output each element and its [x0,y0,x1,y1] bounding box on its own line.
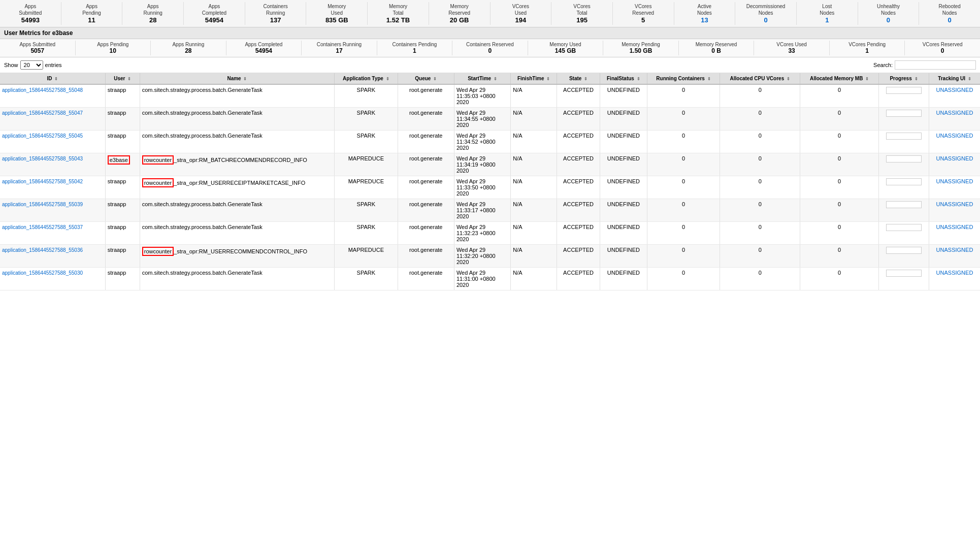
user-metric-label: Apps Submitted [2,42,73,47]
tracking-ui-cell: UNASSIGNED [929,245,980,268]
progress-bar [886,178,922,185]
main-table-container: ID ⇕User ⇕Name ⇕Application Type ⇕Queue … [0,73,980,290]
state-cell: ACCEPTED [557,268,600,290]
allocated-cpu-cell: 0 [720,268,800,290]
column-header-user[interactable]: User ⇕ [105,73,140,84]
allocated-memory-cell: 0 [800,268,879,290]
allocated-memory-cell: 0 [800,245,879,268]
metric-link[interactable]: 1 [825,16,829,24]
search-input[interactable] [895,60,976,70]
entries-label: entries [45,62,62,68]
app-id-link[interactable]: application_1586445527588_55043 [2,156,83,161]
metric-label: ContainersRunning [247,3,304,16]
app-id-cell: application_1586445527588_55048 [0,84,105,108]
column-header-progress[interactable]: Progress ⇕ [879,73,929,84]
column-header-starttime[interactable]: StartTime ⇕ [454,73,510,84]
column-header-state[interactable]: State ⇕ [557,73,600,84]
user-metric-col: Containers Running17 [302,41,377,55]
tracking-ui-link[interactable]: UNASSIGNED [936,155,973,161]
app-id-cell: application_1586445527588_55037 [0,222,105,245]
column-header-application-type[interactable]: Application Type ⇕ [335,73,398,84]
start-time-cell: Wed Apr 29 11:34:55 +0800 2020 [454,108,510,131]
metric-label: RebootedNodes [921,3,978,16]
tracking-ui-link[interactable]: UNASSIGNED [936,224,973,230]
tracking-ui-link[interactable]: UNASSIGNED [936,270,973,276]
app-id-link[interactable]: application_1586445527588_55039 [2,202,83,207]
user-metric-label: Memory Reserved [681,42,752,47]
finish-time-cell: N/A [511,84,557,108]
app-id-link[interactable]: application_1586445527588_55042 [2,179,83,184]
user-metric-label: Containers Reserved [454,42,526,47]
metric-label: MemoryTotal [370,3,427,16]
app-id-cell: application_1586445527588_55047 [0,108,105,131]
app-id-link[interactable]: application_1586445527588_55030 [2,270,83,276]
allocated-memory-cell: 0 [800,176,879,199]
metric-label: DecommissionedNodes [737,3,794,16]
user-metric-label: VCores Reserved [907,42,978,47]
metric-value[interactable]: 0 [737,16,794,24]
metric-label: ActiveNodes [676,3,733,16]
metric-col: AppsPending11 [61,2,123,25]
final-status-cell: UNDEFINED [600,84,647,108]
app-id-link[interactable]: application_1586445527588_55037 [2,224,83,230]
tracking-ui-link[interactable]: UNASSIGNED [936,201,973,207]
allocated-memory-cell: 0 [800,153,879,176]
metric-value[interactable]: 13 [676,16,733,24]
finish-time-cell: N/A [511,222,557,245]
app-type-cell: SPARK [335,84,398,108]
highlighted-name: rowcounter [142,178,174,187]
column-header-queue[interactable]: Queue ⇕ [398,73,454,84]
search-control: Search: [873,60,976,70]
metric-col: ContainersRunning137 [245,2,307,25]
user-metric-value: 1 [832,47,903,54]
tracking-ui-link[interactable]: UNASSIGNED [936,178,973,184]
app-id-link[interactable]: application_1586445527588_55036 [2,247,83,253]
metric-value[interactable]: 0 [921,16,978,24]
user-metric-label: Memory Pending [605,42,676,47]
metric-value[interactable]: 0 [860,16,917,24]
user-cell: straapp [105,176,140,199]
column-header-finishtime[interactable]: FinishTime ⇕ [511,73,557,84]
app-id-link[interactable]: application_1586445527588_55048 [2,87,83,93]
user-metric-value: 10 [78,47,149,54]
metric-value[interactable]: 1 [799,16,856,24]
metric-label: MemoryUsed [308,3,365,16]
column-header-id[interactable]: ID ⇕ [0,73,105,84]
tracking-ui-link[interactable]: UNASSIGNED [936,247,973,253]
start-time-cell: Wed Apr 29 11:33:17 +0800 2020 [454,199,510,222]
column-header-name[interactable]: Name ⇕ [140,73,334,84]
app-id-link[interactable]: application_1586445527588_55045 [2,133,83,139]
allocated-memory-cell: 0 [800,199,879,222]
metric-label: VCoresTotal [553,3,610,16]
tracking-ui-link[interactable]: UNASSIGNED [936,133,973,139]
allocated-memory-cell: 0 [800,84,879,108]
tracking-ui-cell: UNASSIGNED [929,176,980,199]
running-containers-cell: 0 [647,222,720,245]
column-header-allocated-memory-mb[interactable]: Allocated Memory MB ⇕ [800,73,879,84]
progress-cell [879,199,929,222]
column-header-tracking-ui[interactable]: Tracking UI ⇕ [929,73,980,84]
metric-label: AppsCompleted [186,3,243,16]
tracking-ui-link[interactable]: UNASSIGNED [936,110,973,116]
tracking-ui-link[interactable]: UNASSIGNED [936,87,973,93]
progress-cell [879,245,929,268]
column-header-allocated-cpu-vcores[interactable]: Allocated CPU VCores ⇕ [720,73,800,84]
queue-cell: root.generate [398,199,454,222]
progress-bar [886,224,922,231]
user-metric-col: Memory Reserved0 B [679,41,755,55]
metric-link[interactable]: 0 [948,16,952,24]
column-header-running-containers[interactable]: Running Containers ⇕ [647,73,720,84]
user-metric-value: 17 [304,47,375,54]
start-time-cell: Wed Apr 29 11:32:23 +0800 2020 [454,222,510,245]
metric-label: VCoresReserved [615,3,672,16]
metric-link[interactable]: 13 [701,16,708,24]
column-header-finalstatus[interactable]: FinalStatus ⇕ [600,73,647,84]
entries-select[interactable]: 102050100 [20,60,43,70]
app-id-link[interactable]: application_1586445527588_55047 [2,110,83,116]
metric-link[interactable]: 0 [887,16,890,24]
user-metric-value: 28 [153,47,224,54]
final-status-cell: UNDEFINED [600,268,647,290]
tracking-ui-cell: UNASSIGNED [929,84,980,108]
metric-value: 137 [247,16,304,24]
metric-link[interactable]: 0 [764,16,767,24]
